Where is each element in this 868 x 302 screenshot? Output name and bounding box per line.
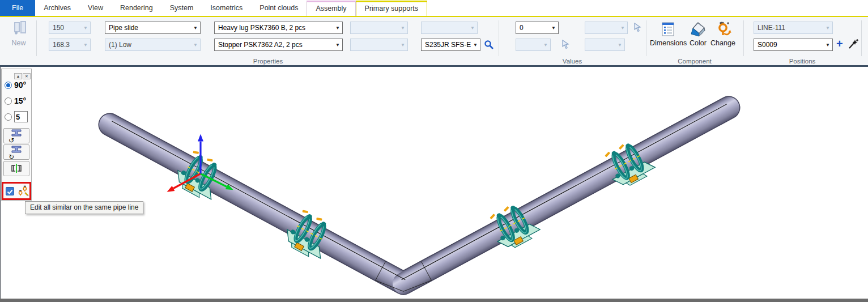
position-select[interactable]: S0009▼ — [754, 39, 833, 51]
panel-close-button[interactable]: ✕ — [23, 73, 31, 79]
tab-isometrics[interactable]: Isometrics — [202, 0, 251, 16]
color-label: Color — [690, 39, 707, 47]
edit-all-similar-icon — [17, 184, 29, 198]
color-button[interactable]: Color — [687, 20, 709, 56]
elevation-select[interactable]: (1) Low▼ — [105, 39, 201, 51]
tab-primary-supports[interactable]: Primary supports — [356, 1, 427, 16]
new-button-label: New — [11, 39, 25, 47]
ribbon-divider — [743, 20, 744, 56]
tab-file[interactable]: File — [0, 0, 35, 16]
angle-panel-header: ▲✕ — [2, 69, 31, 77]
chevron-down-icon: ▼ — [191, 42, 200, 48]
chevron-down-icon: ▼ — [468, 25, 477, 31]
pipe-segment-right[interactable] — [403, 108, 729, 283]
change-label: Change — [710, 39, 735, 47]
custom-angle-input[interactable] — [14, 111, 28, 122]
ribbon-divider — [861, 20, 862, 56]
pipe-scene — [1, 67, 868, 299]
pick-value-button[interactable] — [561, 40, 569, 49]
pick-position-wand-button[interactable] — [848, 39, 859, 50]
value-1-select[interactable]: 0▼ — [516, 22, 559, 34]
chevron-down-icon: ▼ — [823, 25, 832, 31]
dimensions-button[interactable]: Dimensions — [650, 20, 686, 56]
tab-view[interactable]: View — [79, 0, 112, 16]
ribbon-divider — [646, 20, 646, 56]
mirror-button[interactable] — [3, 161, 29, 176]
rotate-ccw-button[interactable]: ↺ — [3, 128, 29, 143]
value-4-select[interactable]: ▼ — [585, 39, 625, 51]
material-search-button[interactable] — [484, 40, 494, 50]
angle-15-label: 15° — [14, 96, 26, 105]
material-select[interactable]: S235JR SFS-EN 10(▼ — [421, 39, 480, 51]
chevron-down-icon: ▼ — [81, 25, 90, 31]
pipe-edge-line — [112, 121, 405, 280]
pipe-outline — [110, 108, 729, 283]
color-icon — [690, 22, 707, 37]
viewport-3d[interactable] — [0, 67, 868, 299]
angle-option-15[interactable]: 15° — [2, 93, 31, 109]
material-blank-select[interactable]: ▼ — [421, 22, 478, 34]
properties-group-label: Properties — [37, 58, 499, 65]
component-group-label: Component — [646, 58, 743, 65]
angle-option-custom[interactable] — [2, 109, 31, 125]
menu-bar: File Archives View Rendering System Isom… — [0, 0, 868, 16]
change-button[interactable]: Change — [709, 20, 737, 56]
ribbon-divider — [499, 20, 499, 56]
chevron-down-icon: ▼ — [541, 42, 550, 48]
tab-point-clouds[interactable]: Point clouds — [251, 0, 307, 16]
change-icon — [714, 22, 731, 37]
mirror-icon — [10, 164, 23, 174]
rotate-cw-icon: ↻ — [8, 153, 14, 161]
chevron-down-icon: ▼ — [333, 42, 342, 48]
check-icon — [6, 188, 14, 195]
rotate-cw-button[interactable]: ↻ — [3, 144, 29, 160]
tab-archives[interactable]: Archives — [35, 0, 79, 16]
chevron-down-icon: ▼ — [191, 25, 200, 31]
value-2-select[interactable]: ▼ — [516, 39, 551, 51]
tooltip-text: Edit all similar on the same pipe line — [30, 203, 138, 211]
radio-custom[interactable] — [5, 113, 12, 121]
ribbon-divider — [36, 20, 37, 56]
edit-all-similar-checkbox[interactable] — [6, 187, 14, 195]
nominal-size-select[interactable]: 150▼ — [49, 22, 91, 34]
positions-group-label: Positions — [743, 58, 861, 65]
angle-option-90[interactable]: 90° — [2, 77, 31, 93]
component-bottom-select[interactable]: Stopper PSK7362 A2, 2 pcs▼ — [214, 39, 343, 51]
tooltip: Edit all similar on the same pipe line — [25, 201, 143, 214]
pick-value-button[interactable] — [633, 23, 641, 32]
application-window: File Archives View Rendering System Isom… — [0, 0, 868, 302]
chevron-down-icon: ▼ — [549, 25, 558, 31]
line-select[interactable]: LINE-111▼ — [754, 22, 833, 34]
angle-panel: ▲✕ 90° 15° ↺ ↻ — [1, 69, 32, 201]
pipe-segment-left[interactable] — [110, 125, 403, 283]
i-beam-icon — [11, 129, 22, 137]
rotate-ccw-icon: ↺ — [8, 137, 14, 144]
radio-15[interactable] — [5, 97, 12, 105]
ribbon: New 150▼ 168.3▼ Pipe slide▼ (1) Low▼ Hea… — [0, 16, 868, 67]
tab-rendering[interactable]: Rendering — [112, 0, 161, 16]
values-group-label: Values — [499, 58, 646, 65]
outer-diameter-select[interactable]: 168.3▼ — [49, 39, 91, 51]
value-3-select[interactable]: ▼ — [585, 22, 628, 34]
component-top-select[interactable]: Heavy lug PSK7360 B, 2 pcs▼ — [214, 22, 343, 34]
support-type-select[interactable]: Pipe slide▼ — [105, 22, 201, 34]
chevron-down-icon: ▼ — [333, 25, 342, 31]
radio-90[interactable] — [5, 82, 12, 89]
chevron-down-icon: ▼ — [618, 25, 627, 31]
chevron-down-icon: ▼ — [81, 42, 90, 48]
add-position-button[interactable]: + — [836, 37, 843, 50]
extra-select-top[interactable]: ▼ — [350, 22, 408, 34]
new-button[interactable]: New — [5, 20, 33, 57]
chevron-down-icon: ▼ — [398, 25, 407, 31]
extra-select-bottom[interactable]: ▼ — [350, 39, 408, 51]
tab-assembly[interactable]: Assembly — [307, 1, 355, 16]
pipe-edge-line — [402, 104, 727, 280]
chevron-down-icon: ▼ — [471, 42, 480, 48]
new-icon — [10, 20, 27, 37]
chevron-down-icon: ▼ — [823, 42, 832, 48]
tab-system[interactable]: System — [161, 0, 202, 16]
dimensions-icon — [661, 22, 675, 37]
status-bar-edge — [0, 299, 868, 302]
panel-collapse-button[interactable]: ▲ — [14, 73, 22, 79]
i-beam-icon — [11, 146, 22, 153]
